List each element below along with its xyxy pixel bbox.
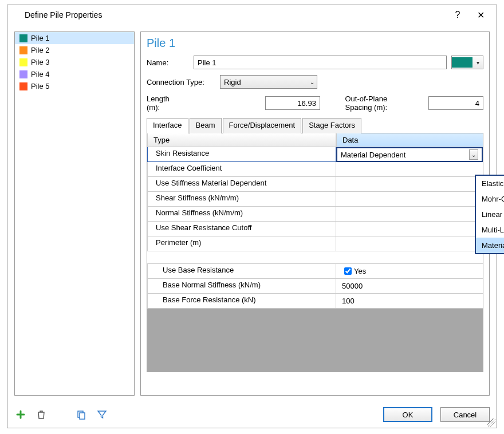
pile-color-swatch bbox=[19, 82, 27, 90]
grid-cell-type: Skin Resistance bbox=[147, 147, 336, 162]
pile-list[interactable]: Pile 1Pile 2Pile 3Pile 4Pile 5 bbox=[14, 31, 135, 396]
pile-item-label: Pile 3 bbox=[31, 58, 50, 66]
pile-color-swatch bbox=[19, 46, 27, 54]
pile-list-item[interactable]: Pile 2 bbox=[15, 44, 134, 56]
titlebar[interactable]: Define Pile Properties ? ✕ bbox=[7, 5, 497, 25]
ok-button[interactable]: OK bbox=[383, 407, 432, 422]
skin-resistance-dropdown-list[interactable]: ElasticMohr-CoulombLinearMulti-LinearMat… bbox=[475, 175, 504, 254]
grid-cell-type: Shear Stiffness (kN/m/m) bbox=[147, 192, 336, 207]
grid-cell-type: Normal Stiffness (kN/m/m) bbox=[147, 207, 336, 222]
connection-type-value: Rigid bbox=[224, 78, 241, 86]
grid-cell-type: Use Stiffness Material Dependent bbox=[147, 177, 336, 192]
pile-item-label: Pile 5 bbox=[31, 82, 50, 90]
grid-cell-data[interactable]: 50000 bbox=[336, 279, 483, 294]
grid-cell-type: Interface Coefficient bbox=[147, 162, 336, 177]
pile-item-label: Pile 2 bbox=[31, 46, 50, 54]
grid-cell-type: Base Normal Stiffness (kN/m) bbox=[147, 279, 336, 294]
copy-icon[interactable] bbox=[75, 408, 88, 421]
grid-header-type[interactable]: Type bbox=[147, 133, 336, 147]
grid-cell-value: Yes bbox=[354, 267, 366, 275]
grid-row[interactable]: Shear Stiffness (kN/m/m) bbox=[147, 192, 483, 207]
tab-interface[interactable]: Interface bbox=[147, 118, 188, 133]
grid-cell-data[interactable] bbox=[336, 222, 483, 236]
grid-row[interactable]: Interface Coefficient bbox=[147, 162, 483, 177]
grid-empty-area bbox=[147, 309, 483, 372]
dropdown-option[interactable]: Mohr-Coulomb bbox=[476, 191, 504, 207]
tabs: InterfaceBeamForce/DisplacementStage Fac… bbox=[147, 117, 483, 133]
close-icon[interactable]: ✕ bbox=[469, 10, 492, 21]
grid-cell-data[interactable] bbox=[336, 207, 483, 222]
dropdown-option[interactable]: Material Dependent bbox=[476, 238, 504, 253]
connection-type-select[interactable]: Rigid ⌄ bbox=[220, 75, 317, 89]
tab-stage-factors[interactable]: Stage Factors bbox=[302, 118, 361, 133]
grid-cell-type: Perimeter (m) bbox=[147, 236, 336, 251]
add-icon[interactable] bbox=[14, 408, 27, 421]
dropdown-option[interactable]: Elastic bbox=[476, 176, 504, 191]
grid-cell-data[interactable] bbox=[336, 236, 483, 251]
grid-cell-data[interactable] bbox=[336, 192, 483, 207]
oop-spacing-input[interactable] bbox=[428, 96, 483, 110]
pile-list-item[interactable]: Pile 1 bbox=[15, 32, 134, 44]
grid-row[interactable]: Base Normal Stiffness (kN/m)50000 bbox=[147, 279, 483, 294]
pile-list-item[interactable]: Pile 5 bbox=[15, 80, 134, 92]
dropdown-option[interactable]: Multi-Linear bbox=[476, 222, 504, 238]
pile-list-item[interactable]: Pile 3 bbox=[15, 56, 134, 68]
grid-row[interactable]: Use Base ResistanceYes bbox=[147, 264, 483, 279]
svg-rect-1 bbox=[80, 413, 85, 419]
pile-item-label: Pile 1 bbox=[31, 34, 50, 42]
grid-cell-type: Base Force Resistance (kN) bbox=[147, 294, 336, 309]
name-input[interactable] bbox=[194, 56, 447, 69]
chevron-down-icon[interactable]: ⌄ bbox=[469, 149, 478, 160]
cancel-button[interactable]: Cancel bbox=[440, 407, 490, 422]
chevron-down-icon: ▾ bbox=[474, 60, 482, 66]
dropdown-option[interactable]: Linear bbox=[476, 207, 504, 222]
pile-color-swatch bbox=[19, 70, 27, 78]
dialog-window: Define Pile Properties ? ✕ Pile 1Pile 2P… bbox=[7, 5, 497, 428]
pile-color-swatch bbox=[19, 58, 27, 66]
chevron-down-icon: ⌄ bbox=[310, 79, 314, 85]
length-input[interactable] bbox=[265, 96, 320, 110]
skin-resistance-value: Material Dependent bbox=[341, 151, 469, 159]
properties-grid: Type Data Skin ResistanceMaterial Depend… bbox=[147, 133, 483, 372]
grid-section-divider bbox=[147, 251, 483, 264]
panel-heading: Pile 1 bbox=[147, 37, 483, 50]
connection-type-label: Connection Type: bbox=[147, 78, 215, 86]
grid-cell-data[interactable] bbox=[336, 162, 483, 177]
grid-cell-data[interactable] bbox=[336, 177, 483, 192]
grid-header-data[interactable]: Data bbox=[336, 133, 483, 147]
color-picker[interactable]: ▾ bbox=[451, 56, 483, 69]
length-label: Length (m): bbox=[147, 94, 182, 112]
tab-force-displacement[interactable]: Force/Displacement bbox=[223, 118, 302, 133]
use-base-resistance-checkbox[interactable] bbox=[344, 267, 352, 275]
name-label: Name: bbox=[147, 58, 189, 67]
footer-toolbar: OK Cancel bbox=[7, 403, 497, 428]
pile-list-item[interactable]: Pile 4 bbox=[15, 68, 134, 80]
oop-spacing-label: Out-of-Plane Spacing (m): bbox=[345, 94, 413, 112]
grid-row[interactable]: Base Force Resistance (kN)100 bbox=[147, 294, 483, 309]
grid-cell-type: Use Base Resistance bbox=[147, 264, 336, 279]
color-swatch bbox=[452, 57, 472, 68]
tab-beam[interactable]: Beam bbox=[190, 118, 222, 133]
pile-item-label: Pile 4 bbox=[31, 70, 50, 78]
help-icon[interactable]: ? bbox=[446, 10, 469, 20]
grid-row[interactable]: Perimeter (m) bbox=[147, 236, 483, 251]
delete-icon[interactable] bbox=[35, 408, 48, 421]
grid-cell-data[interactable]: 100 bbox=[336, 294, 483, 309]
grid-cell-data[interactable]: Yes bbox=[336, 264, 483, 279]
main-panel: Pile 1 Name: ▾ Connection Type: Rigid ⌄ … bbox=[140, 31, 490, 396]
window-title: Define Pile Properties bbox=[25, 10, 446, 19]
dialog-body: Pile 1Pile 2Pile 3Pile 4Pile 5 Pile 1 Na… bbox=[7, 25, 497, 403]
grid-row[interactable]: Normal Stiffness (kN/m/m) bbox=[147, 207, 483, 222]
grid-row[interactable]: Skin ResistanceMaterial Dependent⌄ bbox=[147, 147, 483, 162]
resize-grip[interactable] bbox=[487, 419, 495, 427]
filter-icon[interactable] bbox=[96, 408, 108, 421]
pile-color-swatch bbox=[19, 34, 27, 42]
grid-row[interactable]: Use Stiffness Material Dependent bbox=[147, 177, 483, 192]
grid-cell-type: Use Shear Resistance Cutoff bbox=[147, 222, 336, 236]
grid-cell-data[interactable]: Material Dependent⌄ bbox=[336, 147, 483, 162]
grid-row[interactable]: Use Shear Resistance Cutoff bbox=[147, 222, 483, 236]
